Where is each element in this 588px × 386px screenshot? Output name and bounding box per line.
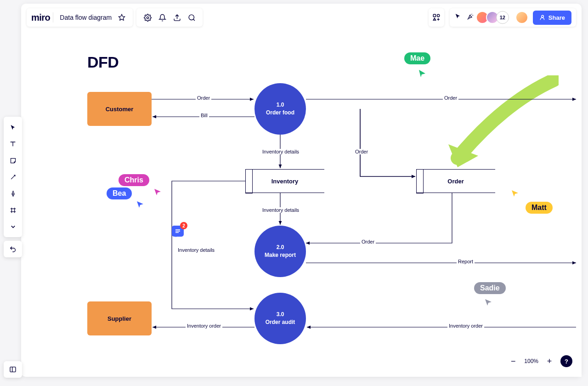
- entity-customer[interactable]: Customer: [87, 92, 152, 126]
- comment-icon: [175, 228, 181, 234]
- miro-logo[interactable]: miro: [31, 12, 50, 23]
- svg-line-3: [193, 19, 194, 20]
- cursor-mae: [418, 69, 427, 78]
- edge-report: Report: [457, 259, 475, 264]
- left-toolbar: [4, 117, 22, 237]
- svg-rect-26: [10, 367, 16, 372]
- datastore-order[interactable]: Order: [416, 169, 495, 193]
- svg-point-1: [147, 17, 148, 18]
- avatar-count: 12: [496, 11, 509, 24]
- zoom-level[interactable]: 100%: [524, 358, 538, 364]
- pen-tool[interactable]: [4, 186, 22, 201]
- avatars[interactable]: 12: [479, 11, 509, 24]
- avatar-self[interactable]: [515, 11, 528, 24]
- star-icon[interactable]: [115, 11, 128, 24]
- entity-supplier[interactable]: Supplier: [87, 301, 152, 335]
- process-make-report[interactable]: 2.0 Make report: [254, 226, 306, 277]
- help-button[interactable]: ?: [560, 355, 572, 367]
- svg-point-6: [542, 15, 544, 17]
- edge-invdet-3: Inventory details: [176, 247, 216, 253]
- divider: [53, 12, 53, 23]
- line-tool[interactable]: [4, 169, 22, 185]
- svg-marker-0: [119, 14, 125, 20]
- process-order-food[interactable]: 1.0 Order food: [254, 83, 306, 135]
- svg-rect-4: [433, 14, 435, 17]
- svg-point-5: [437, 14, 439, 17]
- datastore-inventory[interactable]: Inventory: [245, 169, 324, 193]
- cursor-mode-icon[interactable]: [454, 13, 462, 22]
- edge-invdet-1: Inventory details: [261, 149, 300, 154]
- zoom-in-button[interactable]: +: [543, 355, 556, 368]
- canvas[interactable]: DFD Customer Supplier 1.0 Order food 2.0…: [34, 29, 582, 377]
- edge-invdet-2: Inventory details: [261, 207, 300, 213]
- diagram-title: DFD: [87, 53, 119, 71]
- user-tag-chris: Chris: [119, 174, 149, 186]
- text-tool[interactable]: [4, 136, 22, 152]
- app-frame: miro Data flow diagram: [21, 4, 582, 377]
- edge-order-3: Order: [354, 149, 369, 154]
- actions-panel: [136, 8, 203, 27]
- sticky-tool[interactable]: [4, 153, 22, 168]
- edge-order-4: Order: [360, 239, 376, 244]
- user-tag-matt: Matt: [526, 202, 553, 214]
- zoom-controls: − 100% + ?: [507, 355, 572, 368]
- edge-invorder-2: Inventory order: [447, 323, 484, 329]
- cursor-matt: [511, 189, 519, 198]
- user-tag-bea: Bea: [107, 187, 132, 199]
- undo-button[interactable]: [4, 241, 22, 257]
- edge-bill: Bill: [199, 113, 209, 118]
- reactions-icon[interactable]: [466, 13, 474, 23]
- export-icon[interactable]: [170, 11, 183, 24]
- comment-count: 2: [180, 222, 187, 229]
- user-tag-mae: Mae: [404, 52, 430, 64]
- svg-point-2: [189, 15, 194, 20]
- search-icon[interactable]: [185, 11, 198, 24]
- cursor-chris: [153, 188, 162, 196]
- process-order-audit[interactable]: 3.0 Order audit: [254, 293, 306, 344]
- present-panel: 12 Share: [450, 8, 576, 27]
- edge-invorder-1: Inventory order: [186, 323, 222, 329]
- apps-icon: [432, 13, 441, 22]
- share-label: Share: [548, 14, 565, 21]
- board-title[interactable]: Data flow diagram: [56, 14, 115, 21]
- edge-order-1: Order: [196, 95, 211, 101]
- topbar: miro Data flow diagram: [27, 8, 203, 27]
- apps-panel[interactable]: [429, 8, 444, 27]
- bell-icon[interactable]: [156, 11, 169, 24]
- board-panel: miro Data flow diagram: [27, 8, 133, 27]
- comment-pin[interactable]: 2: [172, 226, 184, 237]
- settings-icon[interactable]: [141, 11, 154, 24]
- cursor-sadie: [484, 298, 492, 307]
- edge-order-2: Order: [443, 95, 458, 101]
- select-tool[interactable]: [4, 119, 22, 135]
- right-controls: 12 Share: [429, 8, 576, 27]
- zoom-out-button[interactable]: −: [507, 355, 520, 368]
- more-tools[interactable]: [4, 219, 22, 234]
- user-tag-sadie: Sadie: [474, 282, 506, 294]
- share-person-icon: [539, 14, 546, 21]
- frame-tool[interactable]: [4, 202, 22, 218]
- panels-button[interactable]: [4, 361, 22, 378]
- cursor-bea: [136, 200, 144, 209]
- share-button[interactable]: Share: [533, 11, 571, 25]
